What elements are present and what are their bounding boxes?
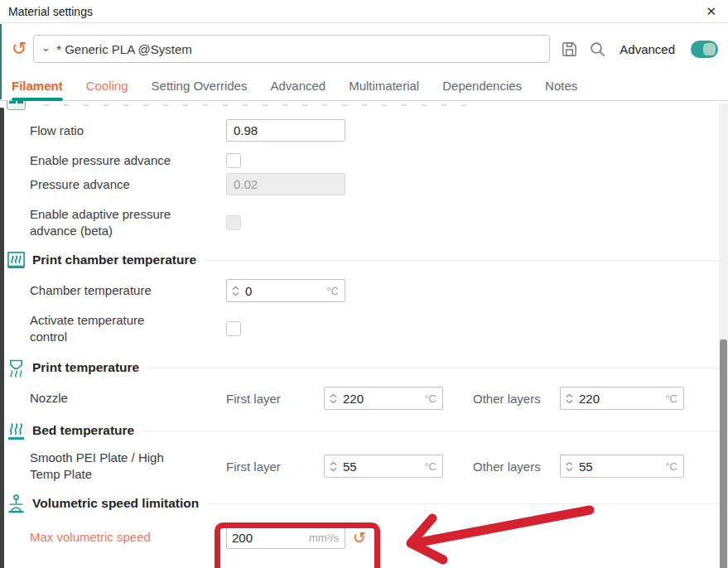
chamber-temperature-input[interactable] bbox=[245, 284, 326, 298]
search-icon[interactable] bbox=[588, 40, 607, 59]
pressure-advance-label: Pressure advance bbox=[30, 176, 179, 193]
clipped-section-icon bbox=[7, 101, 26, 110]
spin-up-icon bbox=[566, 461, 573, 466]
preset-combobox[interactable]: ⌄ bbox=[33, 35, 550, 63]
chamber-temperature-label: Chamber temperature bbox=[30, 282, 179, 299]
spin-up-icon bbox=[330, 393, 337, 398]
tab-multimaterial[interactable]: Multimaterial bbox=[349, 79, 419, 100]
scrollbar-thumb[interactable] bbox=[720, 339, 727, 568]
unit-label: mm³/s bbox=[309, 532, 339, 544]
section-divider bbox=[205, 260, 719, 261]
section-bed-temperature: Bed temperature bbox=[0, 416, 719, 445]
bed-temperature-icon bbox=[5, 420, 27, 442]
other-layers-label: Other layers bbox=[473, 460, 560, 474]
close-icon[interactable]: ✕ bbox=[706, 5, 716, 17]
row-nozzle: Nozzle First layer °C Other layers °C bbox=[0, 387, 719, 410]
tab-dependencies[interactable]: Dependencies bbox=[442, 79, 522, 100]
window-left-border bbox=[0, 24, 2, 99]
activate-temperature-control-checkbox[interactable] bbox=[226, 321, 241, 336]
flow-ratio-input[interactable] bbox=[226, 119, 345, 142]
section-title: Volumetric speed limitation bbox=[32, 496, 199, 511]
reset-value-icon[interactable]: ↺ bbox=[353, 530, 366, 546]
tab-filament[interactable]: Filament bbox=[12, 79, 63, 100]
section-divider bbox=[207, 503, 719, 504]
section-title: Print chamber temperature bbox=[32, 253, 196, 267]
nozzle-temperature-icon bbox=[5, 357, 27, 379]
settings-panel: Flow ratio Enable pressure advance Press… bbox=[0, 101, 719, 568]
max-volumetric-speed-field[interactable]: mm³/s bbox=[226, 526, 345, 549]
nozzle-label: Nozzle bbox=[30, 390, 179, 407]
nozzle-other-layers-spinner[interactable]: °C bbox=[560, 387, 684, 410]
bed-first-layer-spinner[interactable]: °C bbox=[324, 455, 443, 478]
enable-pressure-advance-label: Enable pressure advance bbox=[30, 152, 179, 169]
row-flow-ratio: Flow ratio bbox=[0, 119, 719, 142]
pressure-advance-input bbox=[226, 173, 345, 195]
chamber-temperature-icon bbox=[5, 249, 27, 272]
advanced-mode-toggle[interactable] bbox=[691, 41, 718, 58]
unit-label: °C bbox=[326, 285, 339, 297]
row-chamber-temperature: Chamber temperature °C bbox=[0, 279, 719, 302]
save-icon[interactable] bbox=[560, 40, 579, 59]
enable-adaptive-pressure-advance-checkbox bbox=[226, 215, 241, 230]
clipped-text-remnant bbox=[44, 104, 475, 106]
spinner-buttons[interactable] bbox=[566, 393, 573, 404]
other-layers-label: Other layers bbox=[473, 392, 560, 406]
enable-adaptive-pressure-advance-label: Enable adaptive pressure advance (beta) bbox=[30, 206, 179, 239]
unit-label: °C bbox=[665, 460, 677, 473]
row-activate-temperature-control: Activate temperature control bbox=[0, 312, 719, 345]
unit-label: °C bbox=[665, 392, 677, 405]
row-enable-pressure-advance: Enable pressure advance bbox=[0, 152, 719, 169]
max-volumetric-speed-label: Max volumetric speed bbox=[30, 529, 179, 546]
bed-other-layers-input[interactable] bbox=[579, 460, 665, 474]
clipped-section-row bbox=[0, 101, 719, 116]
section-print-temperature: Print temperature bbox=[0, 354, 719, 382]
activate-temperature-control-label: Activate temperature control bbox=[30, 312, 179, 345]
reset-preset-icon[interactable]: ↺ bbox=[12, 40, 27, 58]
material-settings-dialog: Material settings ✕ ↺ ⌄ Advanced bbox=[0, 0, 728, 568]
row-pressure-advance: Pressure advance bbox=[0, 173, 719, 195]
spinner-buttons[interactable] bbox=[330, 461, 337, 472]
spin-down-icon bbox=[566, 399, 573, 404]
advanced-mode-label: Advanced bbox=[620, 42, 675, 56]
section-title: Print temperature bbox=[32, 360, 139, 375]
toolbar-icons: Advanced bbox=[560, 40, 718, 59]
section-title: Bed temperature bbox=[32, 423, 134, 438]
row-bed-plate: Smooth PEI Plate / High Temp Plate First… bbox=[0, 450, 719, 483]
tab-setting-overrides[interactable]: Setting Overrides bbox=[152, 79, 248, 100]
chamber-temperature-spinner[interactable]: °C bbox=[226, 279, 345, 302]
spin-up-icon bbox=[232, 286, 239, 291]
spinner-buttons[interactable] bbox=[566, 461, 573, 472]
unit-label: °C bbox=[424, 460, 436, 473]
section-volumetric-speed: Volumetric speed limitation bbox=[0, 489, 719, 517]
bed-plate-label: Smooth PEI Plate / High Temp Plate bbox=[30, 450, 179, 483]
nozzle-other-layers-input[interactable] bbox=[579, 392, 665, 406]
spin-down-icon bbox=[330, 399, 337, 404]
section-divider bbox=[142, 431, 719, 431]
spin-down-icon bbox=[566, 467, 573, 472]
spinner-buttons[interactable] bbox=[330, 393, 337, 404]
vertical-scrollbar[interactable] bbox=[719, 103, 728, 568]
section-print-chamber-temperature: Print chamber temperature bbox=[0, 246, 719, 274]
bed-first-layer-input[interactable] bbox=[343, 460, 424, 474]
tab-cooling[interactable]: Cooling bbox=[86, 79, 128, 100]
bed-other-layers-spinner[interactable]: °C bbox=[560, 455, 684, 478]
unit-label: °C bbox=[424, 392, 436, 405]
preset-name-input[interactable] bbox=[56, 42, 542, 56]
spin-up-icon bbox=[330, 461, 337, 466]
title-bar: Material settings ✕ bbox=[0, 0, 728, 23]
background-window-edge bbox=[0, 108, 4, 568]
enable-pressure-advance-checkbox[interactable] bbox=[226, 153, 241, 168]
settings-tab-bar: Filament Cooling Setting Overrides Advan… bbox=[0, 64, 728, 101]
nozzle-first-layer-input[interactable] bbox=[343, 392, 424, 406]
tab-notes[interactable]: Notes bbox=[545, 79, 577, 100]
flow-ratio-label: Flow ratio bbox=[30, 123, 179, 139]
nozzle-first-layer-spinner[interactable]: °C bbox=[324, 387, 443, 410]
dialog-title: Material settings bbox=[8, 5, 93, 18]
tab-advanced[interactable]: Advanced bbox=[270, 79, 325, 100]
spinner-buttons[interactable] bbox=[232, 286, 239, 296]
spin-down-icon bbox=[330, 467, 337, 472]
max-volumetric-speed-input[interactable] bbox=[232, 531, 309, 545]
toggle-knob bbox=[703, 43, 716, 55]
preset-toolbar: ↺ ⌄ Advanced bbox=[10, 34, 718, 64]
first-layer-label: First layer bbox=[226, 460, 324, 474]
